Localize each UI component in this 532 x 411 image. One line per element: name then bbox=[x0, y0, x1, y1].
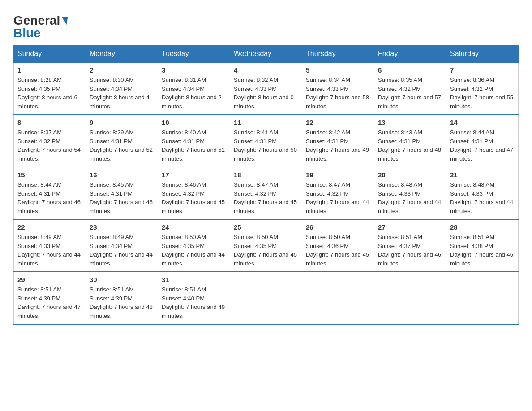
calendar-cell: 23 Sunrise: 8:49 AM Sunset: 4:34 PM Dayl… bbox=[86, 219, 158, 272]
day-number: 5 bbox=[306, 66, 370, 74]
calendar-cell: 16 Sunrise: 8:45 AM Sunset: 4:31 PM Dayl… bbox=[86, 167, 158, 219]
day-number: 21 bbox=[450, 171, 515, 179]
calendar-week-row: 1 Sunrise: 8:28 AM Sunset: 4:35 PM Dayli… bbox=[14, 63, 519, 115]
day-info: Sunrise: 8:51 AM Sunset: 4:39 PM Dayligh… bbox=[17, 285, 82, 320]
day-number: 29 bbox=[17, 276, 82, 283]
day-info: Sunrise: 8:41 AM Sunset: 4:31 PM Dayligh… bbox=[234, 128, 298, 163]
day-info: Sunrise: 8:48 AM Sunset: 4:33 PM Dayligh… bbox=[378, 180, 442, 215]
day-info: Sunrise: 8:49 AM Sunset: 4:33 PM Dayligh… bbox=[17, 233, 82, 268]
calendar-week-row: 22 Sunrise: 8:49 AM Sunset: 4:33 PM Dayl… bbox=[14, 219, 519, 272]
calendar-cell: 4 Sunrise: 8:32 AM Sunset: 4:33 PM Dayli… bbox=[230, 63, 302, 115]
day-number: 18 bbox=[234, 171, 298, 179]
day-number: 9 bbox=[90, 119, 154, 126]
calendar-cell: 30 Sunrise: 8:51 AM Sunset: 4:39 PM Dayl… bbox=[86, 272, 158, 324]
calendar-header-tuesday: Tuesday bbox=[158, 45, 230, 63]
day-number: 17 bbox=[162, 171, 226, 179]
calendar-header-sunday: Sunday bbox=[14, 45, 86, 63]
calendar-cell: 19 Sunrise: 8:47 AM Sunset: 4:32 PM Dayl… bbox=[302, 167, 374, 219]
page-header: General Blue bbox=[13, 9, 519, 40]
calendar-cell: 25 Sunrise: 8:50 AM Sunset: 4:35 PM Dayl… bbox=[230, 219, 302, 272]
calendar-cell: 1 Sunrise: 8:28 AM Sunset: 4:35 PM Dayli… bbox=[14, 63, 86, 115]
day-number: 26 bbox=[306, 223, 370, 231]
day-info: Sunrise: 8:43 AM Sunset: 4:31 PM Dayligh… bbox=[378, 128, 442, 163]
calendar-cell: 29 Sunrise: 8:51 AM Sunset: 4:39 PM Dayl… bbox=[14, 272, 86, 324]
day-info: Sunrise: 8:50 AM Sunset: 4:35 PM Dayligh… bbox=[162, 233, 226, 268]
day-info: Sunrise: 8:44 AM Sunset: 4:31 PM Dayligh… bbox=[17, 180, 82, 215]
day-number: 23 bbox=[90, 223, 154, 231]
calendar-header-thursday: Thursday bbox=[302, 45, 374, 63]
day-info: Sunrise: 8:51 AM Sunset: 4:38 PM Dayligh… bbox=[450, 233, 515, 268]
day-info: Sunrise: 8:48 AM Sunset: 4:33 PM Dayligh… bbox=[450, 180, 515, 215]
day-number: 15 bbox=[17, 171, 82, 179]
day-number: 16 bbox=[90, 171, 154, 179]
calendar-week-row: 29 Sunrise: 8:51 AM Sunset: 4:39 PM Dayl… bbox=[14, 272, 519, 324]
calendar-cell: 14 Sunrise: 8:44 AM Sunset: 4:31 PM Dayl… bbox=[446, 115, 519, 167]
calendar-header-friday: Friday bbox=[374, 45, 446, 63]
day-info: Sunrise: 8:36 AM Sunset: 4:32 PM Dayligh… bbox=[450, 76, 515, 111]
day-info: Sunrise: 8:46 AM Sunset: 4:32 PM Dayligh… bbox=[162, 180, 226, 215]
day-number: 28 bbox=[450, 223, 515, 231]
calendar-cell: 22 Sunrise: 8:49 AM Sunset: 4:33 PM Dayl… bbox=[14, 219, 86, 272]
day-number: 6 bbox=[378, 66, 442, 74]
calendar-cell: 7 Sunrise: 8:36 AM Sunset: 4:32 PM Dayli… bbox=[446, 63, 519, 115]
day-info: Sunrise: 8:32 AM Sunset: 4:33 PM Dayligh… bbox=[234, 76, 298, 111]
calendar-cell: 20 Sunrise: 8:48 AM Sunset: 4:33 PM Dayl… bbox=[374, 167, 446, 219]
logo: General Blue bbox=[13, 13, 67, 40]
calendar-cell bbox=[230, 272, 302, 324]
day-info: Sunrise: 8:45 AM Sunset: 4:31 PM Dayligh… bbox=[90, 180, 154, 215]
calendar-header-wednesday: Wednesday bbox=[230, 45, 302, 63]
day-number: 31 bbox=[162, 276, 226, 283]
day-number: 12 bbox=[306, 119, 370, 126]
day-number: 19 bbox=[306, 171, 370, 179]
day-info: Sunrise: 8:30 AM Sunset: 4:34 PM Dayligh… bbox=[90, 76, 154, 111]
calendar-week-row: 15 Sunrise: 8:44 AM Sunset: 4:31 PM Dayl… bbox=[14, 167, 519, 219]
day-number: 1 bbox=[17, 66, 82, 74]
logo-blue: Blue bbox=[13, 26, 41, 40]
day-info: Sunrise: 8:50 AM Sunset: 4:36 PM Dayligh… bbox=[306, 233, 370, 268]
day-info: Sunrise: 8:44 AM Sunset: 4:31 PM Dayligh… bbox=[450, 128, 515, 163]
day-info: Sunrise: 8:35 AM Sunset: 4:32 PM Dayligh… bbox=[378, 76, 442, 111]
day-info: Sunrise: 8:31 AM Sunset: 4:34 PM Dayligh… bbox=[162, 76, 226, 111]
calendar-cell: 27 Sunrise: 8:51 AM Sunset: 4:37 PM Dayl… bbox=[374, 219, 446, 272]
day-number: 30 bbox=[90, 276, 154, 283]
day-info: Sunrise: 8:51 AM Sunset: 4:39 PM Dayligh… bbox=[90, 285, 154, 320]
calendar-cell: 28 Sunrise: 8:51 AM Sunset: 4:38 PM Dayl… bbox=[446, 219, 519, 272]
calendar-cell: 31 Sunrise: 8:51 AM Sunset: 4:40 PM Dayl… bbox=[158, 272, 230, 324]
calendar-table: SundayMondayTuesdayWednesdayThursdayFrid… bbox=[13, 45, 519, 325]
day-number: 2 bbox=[90, 66, 154, 74]
calendar-header-row: SundayMondayTuesdayWednesdayThursdayFrid… bbox=[14, 45, 519, 63]
day-info: Sunrise: 8:50 AM Sunset: 4:35 PM Dayligh… bbox=[234, 233, 298, 268]
calendar-header-saturday: Saturday bbox=[446, 45, 519, 63]
day-info: Sunrise: 8:37 AM Sunset: 4:32 PM Dayligh… bbox=[17, 128, 82, 163]
calendar-cell: 5 Sunrise: 8:34 AM Sunset: 4:33 PM Dayli… bbox=[302, 63, 374, 115]
day-info: Sunrise: 8:51 AM Sunset: 4:40 PM Dayligh… bbox=[162, 285, 226, 320]
day-number: 25 bbox=[234, 223, 298, 231]
calendar-cell: 15 Sunrise: 8:44 AM Sunset: 4:31 PM Dayl… bbox=[14, 167, 86, 219]
day-info: Sunrise: 8:39 AM Sunset: 4:31 PM Dayligh… bbox=[90, 128, 154, 163]
calendar-cell: 26 Sunrise: 8:50 AM Sunset: 4:36 PM Dayl… bbox=[302, 219, 374, 272]
calendar-cell bbox=[374, 272, 446, 324]
calendar-cell: 13 Sunrise: 8:43 AM Sunset: 4:31 PM Dayl… bbox=[374, 115, 446, 167]
day-info: Sunrise: 8:47 AM Sunset: 4:32 PM Dayligh… bbox=[306, 180, 370, 215]
calendar-cell: 2 Sunrise: 8:30 AM Sunset: 4:34 PM Dayli… bbox=[86, 63, 158, 115]
day-number: 7 bbox=[450, 66, 515, 74]
calendar-cell: 24 Sunrise: 8:50 AM Sunset: 4:35 PM Dayl… bbox=[158, 219, 230, 272]
calendar-cell: 6 Sunrise: 8:35 AM Sunset: 4:32 PM Dayli… bbox=[374, 63, 446, 115]
day-info: Sunrise: 8:49 AM Sunset: 4:34 PM Dayligh… bbox=[90, 233, 154, 268]
calendar-cell: 18 Sunrise: 8:47 AM Sunset: 4:32 PM Dayl… bbox=[230, 167, 302, 219]
day-number: 27 bbox=[378, 223, 442, 231]
day-info: Sunrise: 8:28 AM Sunset: 4:35 PM Dayligh… bbox=[17, 76, 82, 111]
calendar-cell: 3 Sunrise: 8:31 AM Sunset: 4:34 PM Dayli… bbox=[158, 63, 230, 115]
calendar-cell: 12 Sunrise: 8:42 AM Sunset: 4:31 PM Dayl… bbox=[302, 115, 374, 167]
calendar-cell: 10 Sunrise: 8:40 AM Sunset: 4:31 PM Dayl… bbox=[158, 115, 230, 167]
calendar-cell: 17 Sunrise: 8:46 AM Sunset: 4:32 PM Dayl… bbox=[158, 167, 230, 219]
day-number: 11 bbox=[234, 119, 298, 126]
day-number: 3 bbox=[162, 66, 226, 74]
logo-arrow-icon bbox=[60, 17, 68, 25]
day-number: 10 bbox=[162, 119, 226, 126]
day-number: 20 bbox=[378, 171, 442, 179]
day-number: 14 bbox=[450, 119, 515, 126]
day-info: Sunrise: 8:51 AM Sunset: 4:37 PM Dayligh… bbox=[378, 233, 442, 268]
calendar-header-monday: Monday bbox=[86, 45, 158, 63]
calendar-cell: 21 Sunrise: 8:48 AM Sunset: 4:33 PM Dayl… bbox=[446, 167, 519, 219]
